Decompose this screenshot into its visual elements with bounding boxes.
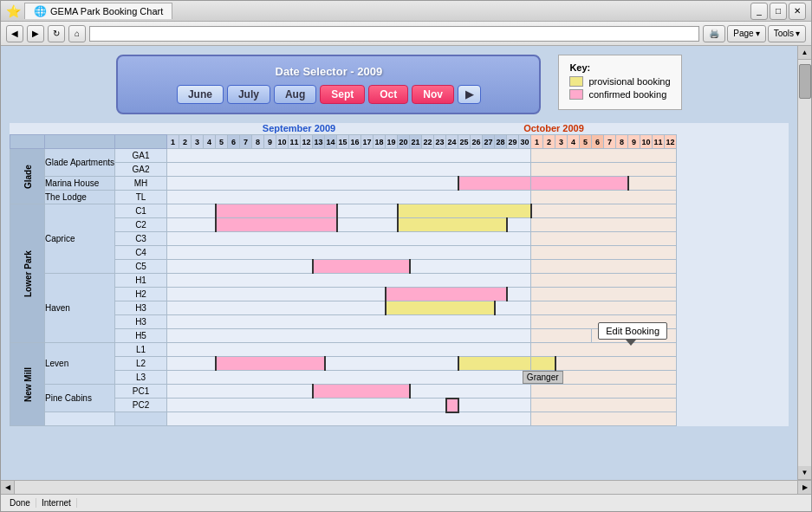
h2-confirmed[interactable] <box>386 288 507 301</box>
h1-sept[interactable] <box>167 274 531 288</box>
main-content: Date Selector - 2009 June July Aug Sept … <box>1 46 811 480</box>
month-btn-june[interactable]: June <box>177 85 224 104</box>
l2-provisional-oct[interactable]: Granger <box>531 357 555 371</box>
c5-confirmed[interactable] <box>313 260 410 274</box>
maximize-button[interactable]: □ <box>770 3 787 20</box>
pc2-confirmed[interactable] <box>446 399 458 412</box>
prop-leven: Leven <box>45 343 115 385</box>
chart-wrapper: September 2009 October 2009 <box>10 123 789 426</box>
provisional-label: provisional booking <box>588 76 670 87</box>
extra-sept[interactable] <box>167 412 531 426</box>
scroll-left-button[interactable]: ◀ <box>1 481 15 495</box>
l1-sept[interactable] <box>167 343 531 357</box>
month-btn-sept[interactable]: Sept <box>320 85 365 104</box>
h5-oct-empty[interactable] <box>531 329 592 343</box>
c2-confirmed[interactable] <box>216 218 337 232</box>
month-btn-july[interactable]: July <box>227 85 270 104</box>
h5-sept[interactable] <box>167 329 531 343</box>
c1-confirmed[interactable] <box>216 204 337 218</box>
scrollbar-down-button[interactable]: ▼ <box>798 466 811 480</box>
c1-empty1[interactable] <box>167 204 216 218</box>
month-btn-oct[interactable]: Oct <box>368 85 408 104</box>
edit-booking-tooltip[interactable]: Edit Booking <box>598 322 667 346</box>
c1-provisional[interactable] <box>398 204 531 218</box>
c1-empty2[interactable] <box>337 204 398 218</box>
minimize-button[interactable]: _ <box>750 3 768 20</box>
l3-sept[interactable] <box>167 371 531 385</box>
month-btn-aug[interactable]: Aug <box>274 85 316 104</box>
c2-empty2[interactable] <box>337 218 398 232</box>
back-button[interactable]: ◀ <box>6 25 23 42</box>
pc1-confirmed[interactable] <box>313 385 410 399</box>
l2-confirmed[interactable] <box>216 357 325 371</box>
c4-oct[interactable] <box>531 246 677 260</box>
tools-button[interactable]: Tools ▾ <box>768 25 806 42</box>
h1-oct[interactable] <box>531 274 677 288</box>
ga1-oct[interactable] <box>531 149 677 163</box>
pc1-empty1[interactable] <box>167 385 313 399</box>
confirmed-swatch <box>569 89 583 100</box>
home-button[interactable]: ⌂ <box>68 25 86 42</box>
l2-oct-empty[interactable] <box>555 357 677 371</box>
tooltip-label[interactable]: Edit Booking <box>598 322 667 340</box>
oct-day-h-6: 6 <box>592 135 604 149</box>
h3-provisional[interactable] <box>386 301 495 315</box>
refresh-button[interactable]: ↻ <box>48 25 65 42</box>
h3-empty2[interactable] <box>495 301 531 315</box>
l2-empty2[interactable] <box>325 357 458 371</box>
l2-provisional-sept[interactable] <box>458 357 531 371</box>
mh-empty2[interactable] <box>628 177 677 191</box>
c2-provisional[interactable] <box>398 218 507 232</box>
scrollbar-up-button[interactable]: ▲ <box>798 46 811 60</box>
pc1-oct[interactable] <box>531 385 677 399</box>
ga2-sept[interactable] <box>167 163 531 177</box>
h2-empty2[interactable] <box>507 288 531 301</box>
prop-glade-apartments: Glade Apartments <box>45 149 115 177</box>
mh-empty1[interactable] <box>167 177 458 191</box>
page-button[interactable]: Page ▾ <box>727 25 765 42</box>
h3b-sept[interactable] <box>167 315 531 329</box>
c3-oct[interactable] <box>531 232 677 246</box>
tl-sept[interactable] <box>167 191 531 204</box>
scrollbar-thumb[interactable] <box>799 64 811 99</box>
h2-empty1[interactable] <box>167 288 386 301</box>
extra-oct[interactable] <box>531 412 677 426</box>
code-ga1: GA1 <box>115 149 167 163</box>
mh-confirmed-oct[interactable] <box>531 177 628 191</box>
mh-confirmed-sept[interactable] <box>458 177 531 191</box>
address-bar[interactable] <box>89 26 699 42</box>
c3-sept[interactable] <box>167 232 531 246</box>
c5-oct[interactable] <box>531 260 677 274</box>
ga2-oct[interactable] <box>531 163 677 177</box>
close-button[interactable]: ✕ <box>789 3 806 20</box>
l2-empty1[interactable] <box>167 357 216 371</box>
c1-oct[interactable] <box>531 204 677 218</box>
c2-empty3[interactable] <box>507 218 531 232</box>
pc2-oct[interactable] <box>531 399 677 412</box>
pc1-empty2[interactable] <box>410 385 531 399</box>
section-lower-park: Lower Park <box>10 204 45 343</box>
c5-empty2[interactable] <box>410 260 531 274</box>
month-btn-dec[interactable]: ▶ <box>458 85 481 104</box>
c2-oct[interactable] <box>531 218 677 232</box>
c5-empty1[interactable] <box>167 260 313 274</box>
right-scrollbar[interactable]: ▲ ▼ <box>797 46 811 480</box>
pc2-empty2[interactable] <box>458 399 531 412</box>
h3-oct[interactable] <box>531 301 677 315</box>
h2-oct[interactable] <box>531 288 677 301</box>
forward-button[interactable]: ▶ <box>27 25 44 42</box>
ga1-sept[interactable] <box>167 149 531 163</box>
scroll-right-button[interactable]: ▶ <box>797 481 811 495</box>
print-button[interactable]: 🖨️ <box>703 25 725 42</box>
tl-oct[interactable] <box>531 191 677 204</box>
day-h-30: 30 <box>519 135 531 149</box>
browser-tab[interactable]: 🌐 GEMA Park Booking Chart <box>24 3 172 19</box>
c2-empty1[interactable] <box>167 218 216 232</box>
h3-empty1[interactable] <box>167 301 386 315</box>
c4-sept[interactable] <box>167 246 531 260</box>
bottom-scrollbar[interactable]: ◀ ▶ <box>1 480 811 494</box>
granger-label: Granger <box>523 371 563 384</box>
pc2-empty1[interactable] <box>167 399 446 412</box>
day-h-15: 15 <box>337 135 349 149</box>
month-btn-nov[interactable]: Nov <box>412 85 454 104</box>
